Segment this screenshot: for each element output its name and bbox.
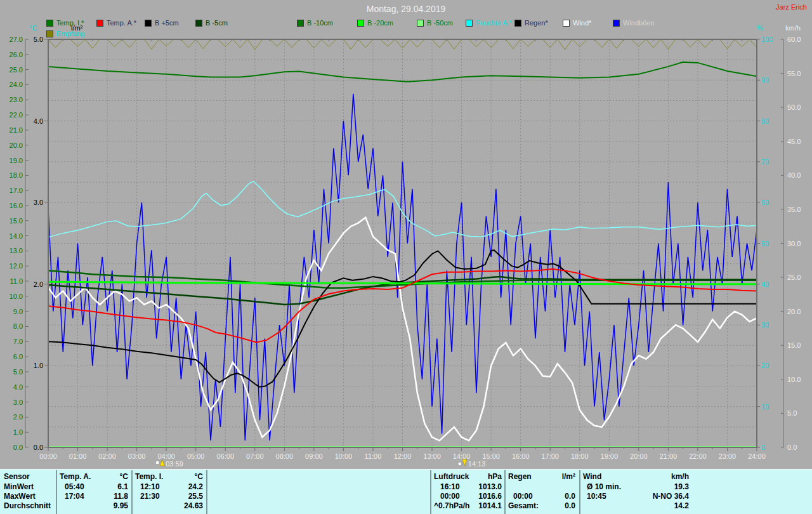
svg-text:100: 100	[761, 36, 773, 43]
wind-avg10-label: Ø 10 min.	[587, 482, 621, 491]
svg-text:18:00: 18:00	[571, 452, 589, 460]
svg-text:14.0: 14.0	[10, 232, 23, 240]
svg-text:08:00: 08:00	[276, 452, 294, 460]
series-empfang	[48, 39, 757, 49]
temp-i-max-value: 25.5	[170, 492, 203, 501]
svg-text:30.0: 30.0	[787, 240, 801, 247]
row-label-durchschnitt: Durchschnitt	[4, 501, 51, 510]
temp-a-min-value: 6.1	[95, 482, 128, 491]
temp-a-header: Temp. A.	[60, 472, 91, 481]
summary-table: Sensor MinWert MaxWert Durchschnitt Temp…	[0, 469, 812, 514]
svg-text:19:00: 19:00	[601, 452, 619, 460]
luftdruck-tendency: ^0.7hPa/h	[434, 501, 469, 510]
temp-a-max-value: 11.8	[95, 492, 128, 501]
table-separator	[579, 470, 580, 514]
svg-text:01:00: 01:00	[69, 452, 87, 460]
svg-text:22:00: 22:00	[689, 452, 707, 460]
table-separator	[56, 470, 57, 514]
svg-text:50: 50	[761, 240, 769, 247]
svg-text:20.0: 20.0	[787, 308, 801, 315]
series-feuchte	[48, 181, 757, 237]
weather-chart-plot[interactable]: 0.01.02.03.04.05.06.07.08.09.010.011.012…	[0, 0, 812, 514]
svg-text:4.0: 4.0	[13, 383, 23, 391]
svg-text:0.0: 0.0	[34, 444, 43, 451]
svg-text:20:00: 20:00	[630, 452, 648, 460]
luftdruck-unit: hPa	[467, 472, 502, 481]
svg-text:1.0: 1.0	[13, 428, 23, 436]
svg-text:02:00: 02:00	[98, 452, 116, 460]
svg-text:05:00: 05:00	[187, 452, 205, 460]
temp-i-header: Temp. I.	[135, 472, 163, 481]
svg-text:40: 40	[761, 280, 769, 288]
svg-text:4.0: 4.0	[34, 117, 43, 125]
moonset-icon	[458, 462, 462, 466]
svg-text:3.0: 3.0	[34, 199, 43, 206]
svg-text:12:00: 12:00	[394, 452, 412, 460]
svg-text:40.0: 40.0	[787, 171, 801, 179]
svg-text:5.0: 5.0	[787, 409, 797, 417]
svg-text:21.0: 21.0	[10, 126, 23, 134]
svg-text:1.0: 1.0	[34, 362, 43, 369]
svg-text:5.0: 5.0	[34, 36, 43, 43]
svg-text:8.0: 8.0	[13, 322, 23, 330]
svg-text:06:00: 06:00	[216, 452, 234, 460]
svg-text:9.0: 9.0	[13, 308, 23, 315]
svg-text:10.0: 10.0	[787, 376, 801, 383]
svg-text:00:00: 00:00	[39, 452, 57, 460]
table-separator	[504, 470, 506, 514]
moonrise-icon	[155, 461, 159, 465]
axis-humidity-pct: 0102030405060708090100	[757, 36, 773, 451]
svg-text:16.0: 16.0	[10, 202, 23, 209]
svg-text:17:00: 17:00	[541, 452, 559, 460]
svg-text:21:00: 21:00	[660, 452, 678, 460]
svg-text:03:00: 03:00	[128, 452, 146, 460]
time-marker-1413: 14:13	[458, 459, 486, 468]
svg-text:27.0: 27.0	[10, 36, 23, 43]
svg-text:0: 0	[761, 444, 765, 451]
svg-text:13:00: 13:00	[423, 452, 441, 460]
weather-app-window: Montag, 29.04.2019 Jarz Erich °C l/m² % …	[0, 0, 812, 514]
svg-text:25.0: 25.0	[10, 66, 23, 74]
svg-text:26.0: 26.0	[10, 51, 23, 58]
regen-max-value: 0.0	[542, 492, 575, 501]
table-separator	[430, 470, 431, 514]
svg-text:15.0: 15.0	[10, 217, 23, 225]
svg-text:80: 80	[761, 117, 769, 125]
svg-text:20: 20	[761, 362, 769, 369]
table-separator	[131, 470, 133, 514]
svg-text:17.0: 17.0	[10, 187, 23, 194]
svg-text:15:00: 15:00	[482, 452, 500, 460]
wind-unit: km/h	[628, 472, 689, 481]
svg-text:7.0: 7.0	[13, 338, 23, 345]
svg-text:14:13: 14:13	[468, 460, 486, 468]
svg-text:23.0: 23.0	[10, 96, 23, 103]
svg-text:10: 10	[761, 403, 769, 411]
svg-text:70: 70	[761, 158, 769, 166]
svg-text:11.0: 11.0	[10, 277, 23, 285]
svg-text:60.0: 60.0	[787, 36, 801, 43]
svg-text:0.0: 0.0	[13, 444, 23, 451]
svg-text:22.0: 22.0	[10, 111, 23, 119]
svg-text:24.0: 24.0	[10, 81, 23, 88]
regen-total-label: Gesamt:	[508, 501, 539, 510]
svg-text:10:00: 10:00	[335, 452, 353, 460]
svg-text:23:00: 23:00	[719, 452, 737, 460]
svg-text:15.0: 15.0	[787, 341, 801, 349]
svg-text:19.0: 19.0	[10, 157, 23, 164]
luftdruck-max-time: 00:00	[440, 492, 460, 501]
svg-text:14:00: 14:00	[453, 452, 471, 460]
table-separator	[206, 470, 207, 514]
svg-text:04:00: 04:00	[157, 452, 175, 460]
axis-wind-kmh: 0.05.010.015.020.025.030.035.040.045.050…	[781, 36, 801, 451]
regen-unit: l/m²	[542, 472, 575, 481]
svg-text:55.0: 55.0	[787, 70, 801, 77]
wind-header: Wind	[583, 472, 601, 481]
luftdruck-max-value: 1016.6	[467, 492, 502, 501]
temp-i-max-time: 21:30	[140, 492, 160, 501]
svg-text:0.0: 0.0	[787, 444, 797, 451]
wind-max-time: 10:45	[587, 492, 606, 501]
row-label-maxwert: MaxWert	[4, 492, 36, 501]
svg-text:3.0: 3.0	[13, 399, 23, 406]
svg-text:13.0: 13.0	[10, 247, 23, 254]
svg-text:35.0: 35.0	[787, 206, 801, 213]
